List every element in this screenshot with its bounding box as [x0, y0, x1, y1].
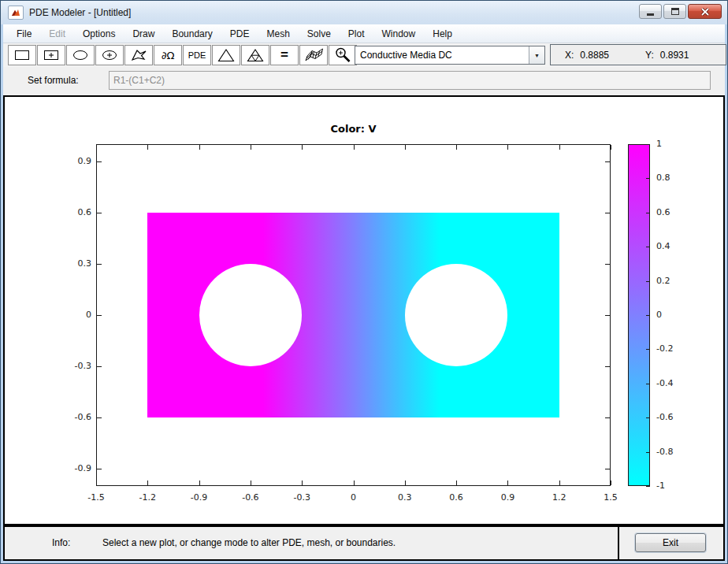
x-tick: [456, 145, 457, 150]
caption-buttons: [639, 4, 722, 19]
minimize-icon: [647, 13, 654, 16]
y-tick: [605, 213, 610, 213]
x-tick-label: 1.2: [542, 492, 577, 503]
draw-rectangle-button[interactable]: [8, 45, 36, 65]
x-tick: [611, 145, 611, 150]
exit-button[interactable]: Exit: [635, 533, 706, 552]
draw-polygon-button[interactable]: [124, 45, 153, 65]
plot-solution-icon: [303, 46, 324, 65]
colorbar-tick: [646, 247, 650, 247]
colorbar-tick: [646, 417, 650, 418]
colorbar-tick: [646, 452, 650, 453]
pde-mode-button[interactable]: PDE: [183, 45, 211, 65]
y-tick: [605, 417, 610, 418]
plot-title: Color: V: [96, 123, 611, 135]
x-tick-label: 0.6: [439, 492, 474, 503]
y-tick: [97, 213, 102, 213]
x-tick-label: -0.9: [182, 492, 217, 503]
pde-mode-icon: PDE: [188, 50, 206, 60]
menu-item[interactable]: Window: [373, 24, 425, 43]
draw-centered-ellipse-button[interactable]: [95, 45, 124, 65]
exit-button-label: Exit: [663, 537, 678, 548]
solve-icon: =: [280, 47, 288, 63]
refine-mesh-button[interactable]: [241, 45, 269, 65]
menu-item[interactable]: Plot: [340, 24, 373, 43]
x-tick: [611, 481, 611, 485]
y-tick: [605, 366, 610, 367]
set-formula-input[interactable]: [109, 71, 711, 90]
y-tick: [605, 161, 610, 162]
boundary-mode-button[interactable]: ∂Ω: [154, 45, 182, 65]
menu-item[interactable]: Solve: [299, 24, 340, 43]
colorbar-tick-label: -0.4: [656, 378, 673, 388]
menu-item[interactable]: File: [8, 24, 40, 43]
y-tick-label: -0.9: [58, 463, 91, 473]
geometry-hole: [405, 264, 508, 366]
y-tick-label: 0.6: [58, 207, 91, 217]
menu-item[interactable]: Options: [74, 24, 124, 43]
colorbar-tick: [646, 486, 650, 487]
y-tick-label: -0.6: [58, 412, 91, 422]
colorbar-tick-label: 0.4: [656, 241, 670, 251]
boundary-mode-icon: ∂Ω: [162, 50, 175, 61]
x-coordinate-label: X:: [565, 50, 574, 61]
initialize-mesh-icon: [217, 46, 236, 65]
menu-item[interactable]: Help: [424, 24, 461, 43]
x-tick-label: -0.3: [284, 492, 319, 503]
plot-area: Color: V -1.5-1.2-0.9-0.6-0.300.30.60.91…: [3, 95, 725, 525]
colorbar-tick-label: 0: [656, 310, 662, 320]
zoom-icon: [333, 46, 352, 65]
colorbar-tick: [646, 281, 650, 282]
x-tick: [147, 145, 148, 150]
y-coordinate-label: Y:: [645, 50, 654, 61]
close-button[interactable]: [688, 4, 722, 19]
x-tick: [251, 481, 251, 485]
x-tick-label: -1.2: [130, 492, 165, 503]
x-coordinate-value: 0.8885: [580, 50, 609, 61]
colorbar-tick: [646, 349, 650, 350]
x-tick: [251, 145, 251, 150]
x-tick: [96, 145, 97, 150]
y-tick: [97, 469, 102, 469]
application-mode-dropdown[interactable]: Conductive Media DC ▼: [355, 46, 545, 65]
x-tick-label: -0.6: [233, 492, 268, 503]
initialize-mesh-button[interactable]: [212, 45, 240, 65]
minimize-button[interactable]: [639, 4, 662, 19]
draw-ellipse-icon: [71, 46, 90, 65]
draw-ellipse-button[interactable]: [66, 45, 95, 65]
colorbar-tick: [646, 315, 650, 316]
y-coordinate-value: 0.8931: [660, 50, 689, 61]
menu-item[interactable]: Boundary: [163, 24, 221, 43]
menu-item[interactable]: Draw: [124, 24, 163, 43]
x-tick-label: 0.3: [388, 492, 422, 503]
x-tick: [354, 145, 355, 150]
menu-item[interactable]: Mesh: [258, 24, 298, 43]
draw-centered-ellipse-icon: [100, 46, 119, 65]
window-title: PDE Modeler - [Untitled]: [29, 7, 131, 18]
x-tick: [559, 145, 560, 150]
chevron-down-icon[interactable]: ▼: [529, 46, 544, 64]
y-tick-label: 0.9: [58, 156, 91, 166]
colorbar-tick: [646, 384, 650, 384]
menu-bar: File Edit Options Draw Boundary PDE Mesh…: [3, 24, 725, 43]
x-tick: [354, 481, 355, 485]
colorbar-tick: [646, 144, 650, 145]
x-tick-label: -1.5: [79, 492, 113, 503]
info-message: Select a new plot, or change mode to alt…: [102, 537, 396, 548]
zoom-button[interactable]: [329, 45, 357, 65]
maximize-button[interactable]: [663, 4, 686, 19]
refine-mesh-icon: [246, 46, 265, 65]
draw-rectangle-icon: [13, 46, 32, 65]
title-bar[interactable]: PDE Modeler - [Untitled]: [1, 1, 727, 24]
colorbar-tick-label: -0.8: [656, 447, 673, 457]
menu-item[interactable]: PDE: [221, 24, 258, 43]
y-tick-label: -0.3: [58, 361, 91, 371]
draw-centered-rectangle-button[interactable]: [37, 45, 65, 65]
x-tick: [96, 481, 97, 485]
plot-solution-button[interactable]: [299, 45, 328, 65]
draw-centered-rectangle-icon: [42, 46, 61, 65]
maximize-icon: [671, 8, 679, 15]
y-tick: [605, 315, 610, 316]
menu-item: Edit: [40, 24, 74, 43]
solve-pde-button[interactable]: =: [270, 45, 299, 65]
